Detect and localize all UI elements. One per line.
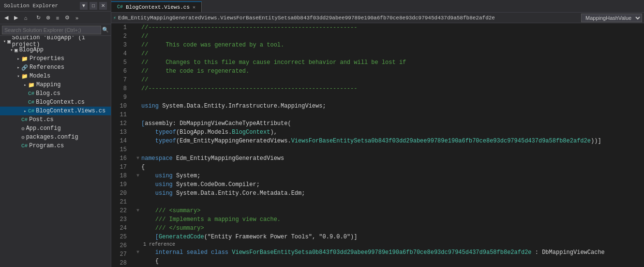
tree-item-models[interactable]: ▾📁Models bbox=[0, 72, 111, 80]
line-body: /// </summary> bbox=[141, 224, 644, 233]
tree-item-post-cs[interactable]: C#Post.cs bbox=[0, 115, 111, 124]
line-body: [assembly: DbMappingViewCacheTypeAttribu… bbox=[141, 119, 644, 128]
code-line: ▼ using System; bbox=[135, 172, 644, 180]
line-body: using System; bbox=[141, 172, 644, 180]
tab-cs-icon: C# bbox=[117, 4, 123, 10]
code-editor-panel: C# BlogContext.Views.cs ✕ ⚡ Edm_EntityMa… bbox=[111, 0, 644, 267]
se-title-buttons: ▼ □ ✕ bbox=[80, 2, 107, 10]
tree-icon-folder: 📁 bbox=[21, 73, 28, 79]
code-line: ▼namespace Edm_EntityMappingGeneratedVie… bbox=[135, 154, 644, 163]
line-body: namespace Edm_EntityMappingGeneratedView… bbox=[141, 154, 644, 163]
code-line: ▼ /// <summary> bbox=[135, 206, 644, 215]
code-line: typeof(Edm_EntityMappingGeneratedViews.V… bbox=[135, 137, 644, 145]
tree-item-solution[interactable]: ▾▣Solution 'BlogApp' (1 project) bbox=[0, 37, 111, 46]
tree-arrow[interactable]: ▸ bbox=[22, 109, 28, 114]
se-title-label: Solution Explorer bbox=[4, 3, 58, 9]
code-line bbox=[135, 198, 644, 206]
line-body: [GeneratedCode("Entity Framework Power T… bbox=[141, 234, 358, 240]
tree-icon-cs: C# bbox=[28, 91, 34, 96]
code-line: [assembly: DbMappingViewCacheTypeAttribu… bbox=[135, 119, 644, 128]
se-stop-button[interactable]: ⊗ bbox=[44, 14, 52, 22]
line-body: // bbox=[141, 32, 644, 41]
se-toolbar: ◀ ▶ ⌂ ↻ ⊗ ≡ ⚙ » bbox=[0, 12, 111, 24]
code-line: /// </summary> bbox=[135, 224, 644, 233]
tree-arrow[interactable]: ▾ bbox=[2, 39, 7, 44]
tree-label: BlogContext.Views.cs bbox=[36, 108, 105, 114]
tree-icon-cs: C# bbox=[21, 117, 28, 123]
tree-item-blogcontext-cs[interactable]: C#BlogContext.cs bbox=[0, 98, 111, 107]
se-close-button[interactable]: ✕ bbox=[99, 2, 107, 10]
se-dock-button[interactable]: □ bbox=[90, 2, 97, 10]
code-line: //--------------------------------------… bbox=[135, 23, 644, 32]
tree-arrow[interactable]: ▾ bbox=[9, 47, 15, 53]
line-body: using System.Data.Entity.Core.Metadata.E… bbox=[141, 189, 644, 198]
code-line: using System.CodeDom.Compiler; bbox=[135, 180, 644, 189]
se-pin-button[interactable]: ▼ bbox=[80, 2, 88, 10]
tab-label: BlogContext.Views.cs bbox=[126, 4, 190, 10]
tree-label: App.config bbox=[26, 125, 61, 132]
code-content: 1234567891011121314151617181920212223242… bbox=[111, 23, 644, 267]
code-line bbox=[135, 93, 644, 102]
se-home-button[interactable]: ⌂ bbox=[21, 14, 30, 22]
tree-arrow[interactable]: ▾ bbox=[15, 74, 21, 79]
tab-blogcontext-views[interactable]: C# BlogContext.Views.cs ✕ bbox=[111, 1, 202, 12]
tree-icon-project: ▣ bbox=[15, 47, 18, 53]
line-body: typeof(Edm_EntityMappingGeneratedViews.V… bbox=[141, 137, 644, 145]
line-with-ref: [GeneratedCode("Entity Framework Power T… bbox=[141, 233, 358, 248]
code-line: { bbox=[135, 163, 644, 172]
line-body: /// <summary> bbox=[141, 206, 644, 215]
tree-item-properties[interactable]: ▸📁Properties bbox=[0, 54, 111, 63]
line-body: internal sealed class ViewsForBaseEntity… bbox=[141, 248, 644, 257]
code-line: // the code is regenerated. bbox=[135, 67, 644, 76]
se-settings-button[interactable]: ⚙ bbox=[63, 14, 72, 22]
tree-arrow[interactable]: ▸ bbox=[22, 82, 28, 88]
code-line: // bbox=[135, 76, 644, 84]
code-line: // bbox=[135, 32, 644, 41]
se-search-input[interactable] bbox=[2, 26, 101, 34]
tree-label: Models bbox=[30, 73, 50, 79]
tree-label: References bbox=[30, 64, 64, 71]
tree-item-app-config[interactable]: ⚙App.config bbox=[0, 124, 111, 133]
se-refresh-button[interactable]: ↻ bbox=[34, 14, 43, 22]
line-body: // This code was generated by a tool. bbox=[141, 41, 644, 49]
tree-icon-solution: ▣ bbox=[7, 38, 11, 45]
tree-arrow[interactable]: ▸ bbox=[15, 56, 21, 62]
se-properties-button[interactable]: ≡ bbox=[53, 14, 62, 22]
line-body: { bbox=[141, 163, 644, 172]
collapse-gutter[interactable]: ▼ bbox=[135, 154, 141, 163]
tree-icon-config: ⚙ bbox=[21, 126, 25, 132]
line-body: //--------------------------------------… bbox=[141, 84, 644, 93]
code-line: using System.Data.Entity.Core.Metadata.E… bbox=[135, 189, 644, 198]
ref-hint: 1 reference bbox=[141, 241, 358, 248]
tree-label: packages.config bbox=[26, 134, 78, 141]
tab-close-button[interactable]: ✕ bbox=[193, 4, 195, 10]
line-body: // bbox=[141, 76, 644, 84]
collapse-gutter[interactable]: ▼ bbox=[135, 172, 141, 180]
line-body: /// Implements a mapping view cache. bbox=[141, 215, 644, 224]
tree-item-mapping[interactable]: ▸📁Mapping bbox=[0, 80, 111, 89]
tree-item-blogcontext-views-cs[interactable]: ▸C#BlogContext.Views.cs bbox=[0, 107, 111, 115]
tree-item-blog-cs[interactable]: C#Blog.cs bbox=[0, 89, 111, 98]
code-lines: //--------------------------------------… bbox=[131, 23, 644, 267]
tree-label: Blog.cs bbox=[36, 90, 60, 97]
tree-item-packages-config[interactable]: ⚙packages.config bbox=[0, 133, 111, 141]
tree-icon-config: ⚙ bbox=[21, 134, 25, 141]
tree-arrow[interactable]: ▸ bbox=[15, 65, 21, 70]
code-line: // This code was generated by a tool. bbox=[135, 41, 644, 49]
code-line: //--------------------------------------… bbox=[135, 84, 644, 93]
collapse-gutter[interactable]: ▼ bbox=[135, 206, 141, 215]
se-more-button[interactable]: » bbox=[73, 14, 81, 22]
nav-dropdown[interactable]: MappingHashValue bbox=[581, 14, 642, 22]
tree-item-program-cs[interactable]: C#Program.cs bbox=[0, 141, 111, 150]
se-back-button[interactable]: ◀ bbox=[2, 14, 11, 22]
se-forward-button[interactable]: ▶ bbox=[12, 14, 20, 22]
tree-item-references[interactable]: ▸🔗References bbox=[0, 63, 111, 72]
code-line: typeof(BlogApp.Models.BlogContext), bbox=[135, 128, 644, 137]
tree-label: BlogContext.cs bbox=[36, 99, 85, 106]
se-tree: ▾▣Solution 'BlogApp' (1 project)▾▣BlogAp… bbox=[0, 36, 111, 267]
se-search-bar: 🔍 bbox=[0, 24, 111, 36]
code-nav-bar: ⚡ Edm_EntityMappingGeneratedViews.ViewsF… bbox=[111, 13, 644, 23]
tree-icon-cs: C# bbox=[28, 108, 34, 114]
collapse-gutter[interactable]: ▼ bbox=[135, 248, 141, 257]
tree-icon-cs: C# bbox=[28, 99, 34, 105]
